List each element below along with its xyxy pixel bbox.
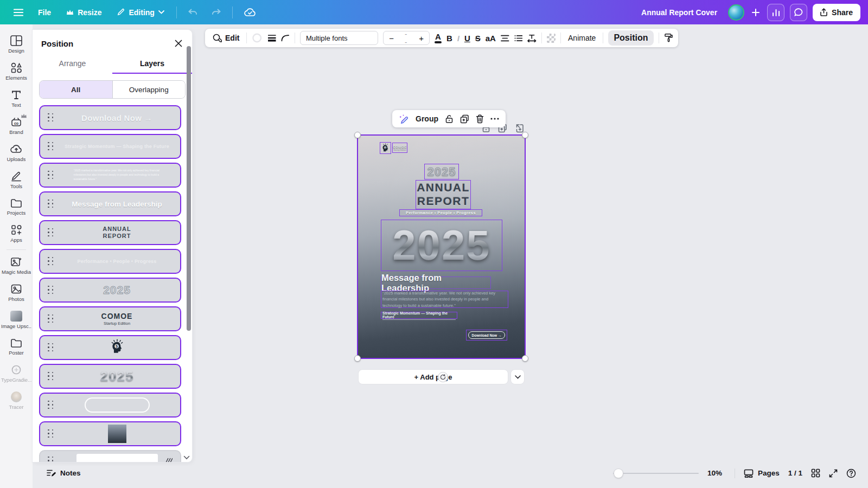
drag-handle-icon[interactable] — [48, 343, 54, 352]
fullscreen-icon[interactable] — [829, 469, 838, 478]
layer-background-frame[interactable] — [39, 450, 181, 462]
sidebar-item-design[interactable]: Design — [1, 31, 31, 58]
sidebar-item-brand[interactable]: co Brand — [1, 112, 31, 139]
underline-button[interactable]: U — [464, 34, 470, 43]
font-size-decrease[interactable]: − — [384, 34, 399, 43]
drag-handle-icon[interactable] — [48, 286, 54, 295]
add-page-button[interactable]: + Add page — [358, 369, 508, 384]
line-curve-icon[interactable] — [281, 34, 290, 42]
text-case-button[interactable]: aA — [486, 34, 496, 43]
drag-handle-icon[interactable] — [48, 142, 54, 151]
zoom-thumb[interactable] — [614, 469, 623, 478]
pages-button[interactable]: Pages — [744, 469, 780, 478]
sidebar-item-elements[interactable]: Elements — [1, 58, 31, 85]
share-button[interactable]: Share — [813, 4, 860, 21]
text-align-icon[interactable] — [501, 35, 509, 42]
selection-handle[interactable] — [354, 355, 361, 362]
position-button[interactable]: Position — [608, 30, 653, 46]
layer-pill-shape[interactable] — [39, 393, 181, 418]
drag-handle-icon[interactable] — [48, 257, 54, 266]
insights-button[interactable] — [767, 4, 784, 21]
layer-message-body[interactable]: "2025 marked a transformative year. We n… — [39, 163, 181, 188]
layer-year-outline[interactable]: 2025 — [39, 278, 181, 303]
tab-layers[interactable]: Layers — [112, 55, 192, 74]
document-title[interactable]: Annual Report Cover — [641, 8, 717, 17]
selection-handle[interactable] — [522, 355, 528, 362]
filter-overlapping[interactable]: Overlapping — [112, 81, 186, 98]
layer-message-title[interactable]: Message from Leadership — [39, 191, 181, 216]
hamburger-menu-icon[interactable] — [9, 5, 28, 20]
zoom-slider[interactable] — [613, 469, 699, 478]
drag-handle-icon[interactable] — [48, 429, 54, 439]
tab-arrange[interactable]: Arrange — [33, 55, 112, 74]
drag-handle-icon[interactable] — [48, 401, 54, 410]
grid-view-icon[interactable] — [811, 468, 820, 478]
font-size-value[interactable]: -- — [399, 30, 413, 46]
bullet-list-icon[interactable] — [514, 35, 523, 42]
element-download-button[interactable]: Download Now → — [466, 330, 507, 341]
scroll-down-icon[interactable] — [183, 455, 190, 460]
element-message-body[interactable]: "2025 marked a transformative year. We n… — [381, 291, 508, 308]
drag-handle-icon[interactable] — [48, 457, 54, 463]
sidebar-item-tracer[interactable]: Tracer — [1, 387, 31, 414]
transparency-icon[interactable] — [547, 34, 556, 43]
layer-gradient-square[interactable] — [39, 421, 181, 446]
element-message-title[interactable]: Message from Leadership — [381, 277, 491, 289]
layer-annual-report[interactable]: ANNUALREPORT — [39, 220, 181, 245]
element-year-small[interactable]: 2025 — [424, 164, 459, 179]
unlock-icon[interactable] — [445, 114, 454, 124]
font-size-increase[interactable]: + — [413, 34, 429, 43]
element-logo[interactable]: COMOE Startup Edition — [392, 143, 407, 153]
edit-image-button[interactable]: Edit — [210, 32, 241, 44]
strikethrough-button[interactable]: S — [475, 34, 481, 43]
add-member-button[interactable] — [750, 9, 762, 16]
panel-scrollbar[interactable] — [187, 46, 191, 331]
bold-button[interactable]: B — [446, 34, 452, 43]
group-button[interactable]: Group — [416, 114, 438, 123]
add-page-icon[interactable] — [515, 124, 524, 133]
line-weight-icon[interactable] — [267, 34, 277, 42]
magic-edit-icon[interactable] — [399, 114, 409, 124]
drag-handle-icon[interactable] — [48, 200, 54, 209]
editing-mode-dropdown[interactable]: Editing — [111, 4, 169, 21]
paint-roller-icon[interactable] — [664, 33, 673, 43]
close-icon[interactable] — [174, 38, 183, 48]
sidebar-item-uploads[interactable]: Uploads — [1, 139, 31, 166]
drag-handle-icon[interactable] — [48, 372, 54, 381]
zoom-value[interactable]: 10% — [707, 469, 726, 477]
sidebar-item-tools[interactable]: Tools — [1, 166, 31, 194]
drag-handle-icon[interactable] — [48, 314, 54, 324]
element-big-year[interactable]: 2025 — [381, 220, 502, 271]
duplicate-icon[interactable] — [460, 114, 469, 124]
more-options-icon[interactable] — [490, 118, 499, 120]
comments-button[interactable] — [790, 4, 807, 21]
element-annual-report[interactable]: ANNUAL REPORT — [416, 180, 471, 209]
avatar[interactable] — [728, 4, 744, 21]
element-tagline[interactable]: Performance • People • Progress — [399, 209, 482, 216]
letter-spacing-icon[interactable] — [527, 34, 537, 42]
sidebar-item-poster[interactable]: Poster — [1, 333, 31, 360]
color-swatch-disabled-icon[interactable] — [252, 33, 262, 43]
help-icon[interactable] — [846, 468, 856, 478]
design-page[interactable]: $ COMOE Startup Edition 2025 ANNUAL REPO… — [358, 136, 525, 358]
layer-tagline[interactable]: Performance • People • Progress — [39, 249, 181, 274]
sidebar-item-image-upscaler[interactable]: Image Upsc... — [1, 306, 31, 333]
drag-handle-icon[interactable] — [48, 113, 54, 123]
sidebar-item-typegradient[interactable]: TypeGradie... — [1, 360, 31, 387]
undo-icon[interactable] — [183, 5, 202, 20]
filter-all[interactable]: All — [40, 81, 112, 98]
layer-logo[interactable]: COMOEStartup Edition — [39, 306, 181, 331]
delete-icon[interactable] — [476, 114, 484, 124]
text-color-button[interactable]: A — [435, 33, 442, 43]
element-strategic[interactable]: Strategic Momentum — Shaping the Future — [381, 312, 457, 319]
animate-button[interactable]: Animate — [566, 32, 598, 44]
sidebar-item-apps[interactable]: Apps — [1, 220, 31, 247]
layer-year-metallic[interactable]: 2025 — [39, 364, 181, 389]
layer-download-now[interactable]: Download Now → — [39, 105, 181, 130]
font-family-dropdown[interactable]: Multiple fonts — [300, 31, 378, 45]
sidebar-item-text[interactable]: Text — [1, 85, 31, 112]
sidebar-item-magic-media[interactable]: Magic Media — [1, 252, 31, 279]
sidebar-item-photos[interactable]: Photos — [1, 279, 31, 306]
notes-button[interactable]: Notes — [47, 469, 81, 478]
add-page-dropdown[interactable] — [510, 369, 525, 384]
